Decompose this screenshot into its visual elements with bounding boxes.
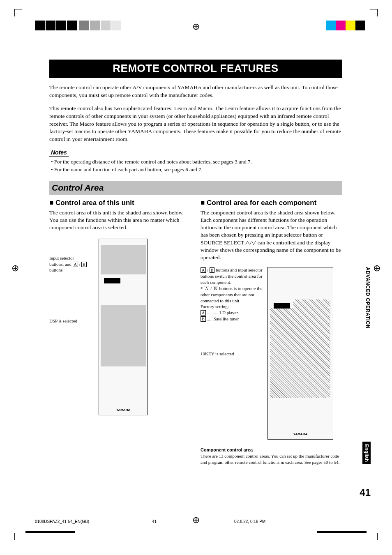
component-note-body: There are 13 component control areas. Yo… xyxy=(201,453,342,465)
boxed-b: B xyxy=(213,286,218,291)
page-number: 41 xyxy=(360,487,371,498)
fig2-sep: / xyxy=(209,286,213,291)
fig-label-line: buttons xyxy=(49,267,62,272)
left-body: The control area of this unit is the sha… xyxy=(49,209,191,232)
crop-mark xyxy=(370,533,378,540)
crop-mark xyxy=(14,533,22,540)
intro-paragraph-1: The remote control can operate other A/V… xyxy=(49,84,342,99)
footer-file: 0108DSPAZ2_41-54_EN(GB) xyxy=(35,519,89,524)
fig2-asterisk: * xyxy=(201,286,204,291)
registration-mark-icon: ⊕ xyxy=(192,21,200,32)
registration-mark-icon: ⊕ xyxy=(12,263,19,274)
fig2-sep: / xyxy=(206,267,210,272)
fig-label-sep: / xyxy=(78,262,82,267)
boxed-a: A xyxy=(201,310,206,315)
remote-illustration-right: YAMAHA xyxy=(267,267,333,440)
color-swatches-left xyxy=(35,21,122,32)
intro-paragraph-2: This remote control also has two sophist… xyxy=(49,105,342,143)
fig2-b-setting: ..... Satellite tuner xyxy=(206,316,239,321)
section-heading: Control Area xyxy=(49,181,342,195)
boxed-a: A xyxy=(204,286,209,291)
notes-heading: Notes xyxy=(49,149,69,157)
crop-mark xyxy=(370,9,378,16)
right-column: Control area for each component The comp… xyxy=(201,199,342,465)
right-body: The component control area is the shaded… xyxy=(201,209,342,262)
right-figure: A / B buttons and input selector buttons… xyxy=(201,267,342,440)
fig2-10key-label: 10KEY is selected xyxy=(201,351,264,357)
crop-bar xyxy=(317,531,367,533)
footer-page: 41 xyxy=(152,519,157,524)
fig-label-line: Input selector xyxy=(49,256,74,260)
left-figure-labels: Input selector buttons, and A / B button… xyxy=(49,239,95,324)
yamaha-logo: YAMAHA xyxy=(99,408,148,412)
left-column: Control area of this unit The control ar… xyxy=(49,199,191,465)
remote-illustration-left: YAMAHA xyxy=(99,239,148,415)
registration-mark-icon: ⊕ xyxy=(373,263,380,274)
page-content: REMOTE CONTROL FEATURES The remote contr… xyxy=(49,60,342,465)
boxed-b: B xyxy=(210,267,215,273)
notes-list: For the operating distance of the remote… xyxy=(49,158,342,173)
fig-label-dsp: DSP is selected xyxy=(49,318,95,324)
right-figure-labels: A / B buttons and input selector buttons… xyxy=(201,267,264,357)
component-note: Component control area There are 13 comp… xyxy=(201,447,342,465)
crop-mark xyxy=(14,9,22,16)
footer-datetime: 02.8.22, 0:16 PM xyxy=(234,519,265,524)
page-title: REMOTE CONTROL FEATURES xyxy=(49,60,342,78)
note-item: For the name and function of each part a… xyxy=(51,166,342,173)
boxed-b: B xyxy=(201,316,206,322)
side-tab-english: English xyxy=(362,442,371,464)
component-note-heading: Component control area xyxy=(201,447,342,453)
fig2-factory: Factory setting: xyxy=(201,304,229,309)
boxed-a: A xyxy=(201,267,206,273)
left-figure: Input selector buttons, and A / B button… xyxy=(49,239,191,415)
side-tab-advanced-operation: ADVANCED OPERATION xyxy=(365,267,371,329)
crop-bar xyxy=(25,531,75,533)
yamaha-logo: YAMAHA xyxy=(268,432,333,436)
left-subheading: Control area of this unit xyxy=(49,199,191,207)
boxed-b: B xyxy=(81,262,87,267)
boxed-a: A xyxy=(73,262,78,267)
color-swatches-right xyxy=(326,21,365,32)
note-item: For the operating distance of the remote… xyxy=(51,158,342,166)
fig-label-line: buttons, and xyxy=(49,262,73,267)
right-subheading: Control area for each component xyxy=(201,199,342,207)
registration-mark-icon: ⊕ xyxy=(192,515,200,525)
fig2-a-setting: .......... LD player xyxy=(206,310,238,315)
